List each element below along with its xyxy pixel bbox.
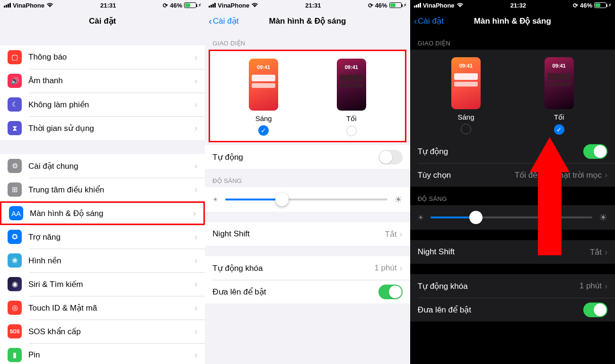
settings-item-display[interactable]: AA Màn hình & Độ sáng ›	[0, 201, 205, 225]
settings-item-sos[interactable]: SOS SOS khẩn cấp ›	[0, 320, 205, 343]
gear-icon: ⚙︎	[8, 159, 22, 173]
radio-selected[interactable]: ✓	[554, 124, 564, 135]
chevron-right-icon: ›	[194, 123, 197, 133]
chevron-right-icon: ›	[605, 247, 607, 257]
appearance-picker: 09:41 Sáng 09:41 Tối ✓	[410, 50, 615, 139]
page-title: Cài đặt	[89, 16, 116, 26]
moon-icon: ☾	[8, 97, 22, 112]
chevron-left-icon: ‹	[209, 16, 212, 26]
battery-pct: 46%	[580, 2, 592, 9]
sun-small-icon: ☀︎	[212, 196, 219, 203]
automatic-toggle[interactable]	[583, 144, 607, 159]
nav-bar: Cài đặt	[0, 10, 205, 31]
wifi-icon	[251, 2, 258, 8]
raise-to-wake-row: Đưa lên để bật	[410, 298, 615, 321]
section-appearance: GIAO DIỆN	[410, 31, 615, 50]
settings-item-sounds[interactable]: 🔊 Âm thanh ›	[0, 69, 205, 93]
chevron-right-icon: ›	[194, 350, 197, 360]
radio-unselected[interactable]	[346, 126, 357, 136]
signal-icon	[4, 3, 11, 8]
settings-item-accessibility[interactable]: ✪ Trợ năng ›	[0, 225, 205, 249]
options-row[interactable]: Tùy chọn Tối đến khi mặt trời mọc ›	[410, 163, 615, 187]
raise-toggle[interactable]	[583, 303, 607, 317]
sun-large-icon: ☀︎	[599, 212, 607, 223]
chevron-right-icon: ›	[400, 229, 403, 239]
status-bar: VinaPhone 21:31 ⟳ 46% ⚡︎	[205, 0, 410, 10]
settings-item-screentime[interactable]: ⧗ Thời gian sử dụng ›	[0, 116, 205, 140]
chevron-left-icon: ‹	[414, 16, 417, 26]
settings-item-battery[interactable]: ▮ Pin ›	[0, 343, 205, 364]
night-shift-row[interactable]: Night Shift Tắt ›	[410, 240, 615, 264]
settings-item-siri[interactable]: ◉ Siri & Tìm kiếm ›	[0, 272, 205, 296]
flower-icon: ❀	[8, 253, 22, 268]
back-button[interactable]: ‹ Cài đặt	[414, 16, 444, 26]
radio-unselected[interactable]	[461, 124, 471, 134]
battery-pct: 46%	[170, 2, 182, 9]
brightness-slider-row: ☀︎ ☀︎	[410, 205, 615, 230]
automatic-row: Tự động	[410, 139, 615, 163]
chevron-right-icon: ›	[193, 208, 196, 218]
chevron-right-icon: ›	[194, 100, 197, 110]
chevron-right-icon: ›	[194, 185, 197, 195]
battery-icon	[184, 2, 196, 8]
screen-display-dark: VinaPhone 21:32 ⟳ 46% ⚡︎ ‹ Cài đặt Màn h…	[410, 0, 615, 364]
raise-to-wake-row: Đưa lên để bật	[205, 280, 410, 303]
charging-icon: ⚡︎	[404, 3, 406, 8]
brightness-slider[interactable]	[430, 217, 592, 218]
settings-item-control-center[interactable]: ⊞ Trung tâm điều khiển ›	[0, 178, 205, 201]
signal-icon	[414, 3, 421, 8]
wifi-icon	[457, 2, 464, 8]
carrier-label: VinaPhone	[218, 2, 249, 9]
appearance-light-option[interactable]: 09:41 Sáng ✓	[235, 59, 292, 136]
automatic-toggle[interactable]	[378, 150, 403, 165]
appearance-picker: 09:41 Sáng ✓ 09:41 Tối	[210, 51, 404, 141]
chevron-right-icon: ›	[194, 52, 197, 62]
appearance-dark-option[interactable]: 09:41 Tối	[323, 59, 380, 136]
sun-large-icon: ☀︎	[394, 194, 403, 205]
dark-preview: 09:41	[545, 57, 574, 109]
textsize-icon: AA	[9, 206, 23, 220]
battery-pct: 46%	[375, 2, 387, 9]
nav-bar: ‹ Cài đặt Màn hình & Độ sáng	[205, 10, 410, 31]
appearance-dark-option[interactable]: 09:41 Tối ✓	[531, 57, 588, 135]
page-title: Màn hình & Độ sáng	[269, 16, 346, 26]
chevron-right-icon: ›	[605, 170, 607, 180]
nav-bar: ‹ Cài đặt Màn hình & Độ sáng	[410, 10, 615, 31]
radio-selected[interactable]: ✓	[258, 125, 269, 136]
autolock-row[interactable]: Tự động khóa 1 phút ›	[410, 274, 615, 298]
section-brightness: ĐỘ SÁNG	[205, 169, 410, 187]
settings-item-wallpaper[interactable]: ❀ Hình nền ›	[0, 249, 205, 272]
charging-icon: ⚡︎	[608, 3, 611, 8]
status-bar: VinaPhone 21:32 ⟳ 46% ⚡︎	[410, 0, 615, 10]
status-bar: VinaPhone 21:31 ⟳ 46% ⚡︎	[0, 0, 205, 10]
switches-icon: ⊞	[8, 182, 22, 197]
automatic-row: Tự động	[205, 145, 410, 169]
sos-icon: SOS	[8, 324, 22, 338]
hourglass-icon: ⧗	[8, 121, 22, 135]
clock: 21:31	[100, 2, 116, 9]
autolock-row[interactable]: Tự động khóa 1 phút ›	[205, 256, 410, 280]
signal-icon	[209, 3, 216, 8]
battery-icon	[594, 2, 606, 8]
settings-item-dnd[interactable]: ☾ Không làm phiền ›	[0, 93, 205, 116]
raise-toggle[interactable]	[378, 285, 403, 299]
chevron-right-icon: ›	[194, 303, 197, 313]
settings-item-touchid[interactable]: ◎ Touch ID & Mật mã ›	[0, 296, 205, 320]
dark-preview: 09:41	[337, 59, 366, 111]
appearance-light-option[interactable]: 09:41 Sáng	[438, 57, 494, 135]
settings-item-notifications[interactable]: ▢ Thông báo ›	[0, 45, 205, 69]
battery-icon	[389, 2, 402, 8]
settings-item-general[interactable]: ⚙︎ Cài đặt chung ›	[0, 154, 205, 178]
back-button[interactable]: ‹ Cài đặt	[209, 16, 238, 26]
chevron-right-icon: ›	[194, 161, 197, 171]
fingerprint-icon: ◎	[8, 301, 22, 315]
chevron-right-icon: ›	[400, 263, 403, 273]
charging-icon: ⚡︎	[198, 3, 201, 8]
chevron-right-icon: ›	[194, 232, 197, 242]
brightness-slider[interactable]	[225, 199, 387, 200]
night-shift-row[interactable]: Night Shift Tắt ›	[205, 222, 410, 246]
clock: 21:32	[510, 2, 526, 9]
screen-settings: VinaPhone 21:31 ⟳ 46% ⚡︎ Cài đặt ▢ Thông…	[0, 0, 205, 364]
screen-display-light: VinaPhone 21:31 ⟳ 46% ⚡︎ ‹ Cài đặt Màn h…	[205, 0, 410, 364]
page-title: Màn hình & Độ sáng	[474, 16, 551, 26]
